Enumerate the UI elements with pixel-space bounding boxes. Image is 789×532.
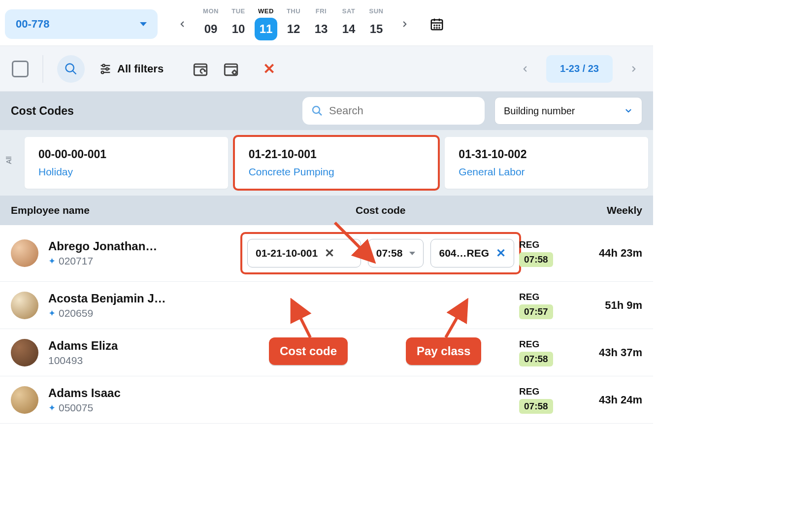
avatar [11, 292, 38, 319]
chevron-down-icon [140, 22, 147, 26]
cost-code-code: 00-00-00-001 [38, 148, 214, 161]
cost-code-search[interactable] [302, 97, 485, 125]
cost-codes-title: Cost Codes [11, 104, 74, 118]
reg-time: 07:58 [519, 399, 553, 414]
reg-label: REG [519, 339, 539, 350]
star-icon: ✦ [48, 256, 56, 266]
pager-next[interactable] [626, 65, 641, 73]
all-filters-button[interactable]: All filters [99, 62, 164, 76]
employee-badge: 020717 [59, 255, 93, 267]
svg-point-15 [106, 67, 108, 70]
reg-col: REG 07:58 [519, 239, 578, 267]
all-tab[interactable]: All [5, 137, 18, 189]
close-icon[interactable]: ✕ [325, 246, 334, 260]
slot-time[interactable]: 07:58 [368, 239, 424, 267]
day-sun[interactable]: SUN 15 [362, 7, 390, 40]
svg-point-27 [313, 106, 320, 113]
slot-cost-code[interactable]: 01-21-10-001 ✕ [247, 239, 361, 267]
prev-week-button[interactable] [172, 14, 192, 34]
svg-line-28 [319, 112, 322, 115]
svg-line-11 [73, 70, 76, 74]
reg-time: 07:58 [519, 352, 553, 366]
day-num: 12 [282, 18, 305, 40]
cost-code-card[interactable]: 01-31-10-002 General Labor [445, 137, 648, 189]
day-thu[interactable]: THU 12 [280, 7, 307, 40]
employee-badge: 100493 [48, 355, 83, 366]
all-filters-label: All filters [117, 63, 164, 75]
cost-code-search-input[interactable] [329, 104, 476, 117]
reg-col: REG 07:58 [519, 339, 578, 366]
avatar [11, 386, 38, 414]
project-code: 00-778 [16, 18, 50, 31]
avatar [11, 339, 38, 366]
table-header: Employee name Cost code Weekly [0, 196, 653, 225]
employee-name: Abrego Jonathan… [48, 239, 157, 253]
employee-row: Abrego Jonathan… ✦020717 01-21-10-001 ✕ … [0, 225, 653, 282]
employee-badge: 050075 [59, 402, 93, 414]
svg-point-4 [434, 25, 434, 25]
reg-time: 07:57 [519, 304, 553, 319]
slot-pay-class[interactable]: 604…REG ✕ [430, 239, 514, 267]
pager-label: 1-23 / 23 [560, 63, 599, 74]
employee-row: Adams Isaac ✦050075 REG 07:58 43h 24m [0, 376, 653, 424]
day-dow: WED [252, 7, 280, 15]
calendar-refresh-icon[interactable] [192, 61, 209, 77]
day-num: 15 [365, 18, 388, 40]
day-num: 10 [227, 18, 250, 40]
topbar: 00-778 MON 09TUE 10WED 11THU 12FRI 13SAT… [0, 0, 653, 46]
day-num: 11 [255, 18, 277, 40]
day-fri[interactable]: FRI 13 [307, 7, 335, 40]
calendar-icon[interactable] [428, 16, 445, 33]
cost-code-code: 01-21-10-001 [249, 148, 425, 161]
cost-code-label: Holiday [38, 166, 214, 178]
th-employee-name: Employee name [11, 204, 356, 216]
day-sat[interactable]: SAT 14 [335, 7, 362, 40]
search-button[interactable] [57, 55, 85, 83]
weekly-total: 43h 24m [578, 394, 642, 406]
week-navigator: MON 09TUE 10WED 11THU 12FRI 13SAT 14SUN … [172, 7, 445, 40]
reg-time: 07:58 [519, 252, 553, 267]
svg-point-9 [439, 27, 439, 28]
select-all-checkbox[interactable] [12, 61, 29, 77]
svg-point-5 [436, 25, 437, 25]
close-icon[interactable]: ✕ [496, 246, 506, 260]
divider [42, 55, 43, 83]
day-num: 09 [199, 18, 222, 40]
weekly-total: 43h 37m [578, 346, 642, 359]
day-dow: MON [197, 7, 225, 15]
employee-name: Acosta Benjamin J… [48, 292, 166, 305]
avatar [11, 239, 38, 267]
svg-point-17 [101, 71, 104, 73]
reg-col: REG 07:58 [519, 386, 578, 414]
day-tue[interactable]: TUE 10 [225, 7, 252, 40]
th-weekly: Weekly [578, 204, 642, 216]
day-num: 13 [310, 18, 332, 40]
star-icon: ✦ [48, 402, 56, 413]
next-week-button[interactable] [395, 14, 415, 34]
calendar-settings-icon[interactable] [223, 61, 239, 77]
svg-point-10 [66, 64, 74, 71]
employee-badge: 020659 [59, 307, 93, 319]
cost-code-card[interactable]: 01-21-10-001 Concrete Pumping [235, 137, 438, 189]
pager-prev[interactable] [518, 65, 532, 73]
star-icon: ✦ [48, 308, 56, 319]
pager-pill[interactable]: 1-23 / 23 [546, 55, 613, 83]
svg-point-22 [233, 70, 236, 74]
reg-col: REG 07:57 [519, 292, 578, 319]
group-by-select[interactable]: Building number [494, 97, 642, 125]
clear-filters-icon[interactable]: ✕ [263, 60, 275, 77]
weekly-total: 51h 9m [578, 299, 642, 312]
cost-code-label: Concrete Pumping [249, 166, 425, 178]
reg-label: REG [519, 239, 539, 250]
day-dow: TUE [225, 7, 252, 15]
employee-name: Adams Eliza [48, 339, 118, 353]
day-wed[interactable]: WED 11 [252, 7, 280, 40]
slot-time-value: 07:58 [376, 247, 403, 259]
day-dow: SUN [362, 7, 390, 15]
employee-name: Adams Isaac [48, 386, 121, 400]
svg-point-7 [434, 27, 434, 28]
project-selector[interactable]: 00-778 [5, 9, 158, 39]
cost-code-card[interactable]: 00-00-00-001 Holiday [25, 137, 228, 189]
slot-cost-code-value: 01-21-10-001 [256, 247, 318, 259]
day-mon[interactable]: MON 09 [197, 7, 225, 40]
